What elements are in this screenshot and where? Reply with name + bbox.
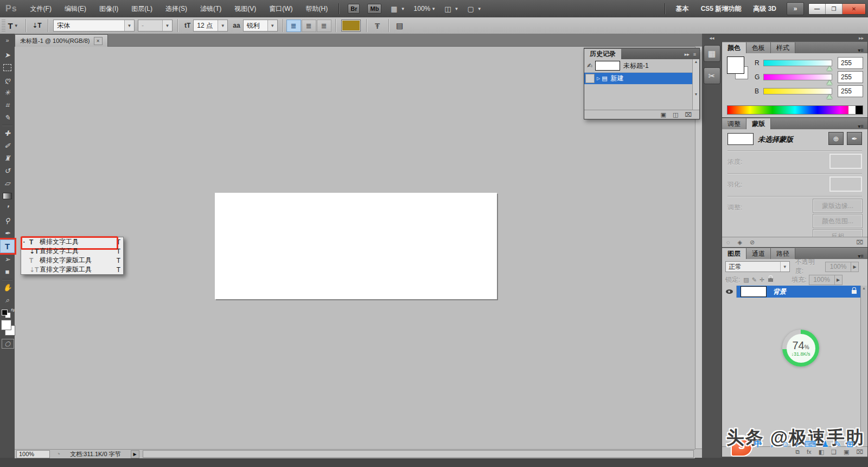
bridge-button[interactable]: Br — [348, 4, 360, 14]
red-value-field[interactable]: 255 — [838, 57, 863, 69]
ime-pen-icon[interactable]: ✎ — [834, 439, 841, 449]
collapsed-panel-button-2[interactable]: ✂ — [704, 67, 720, 84]
menu-select[interactable]: 选择(S) — [159, 0, 194, 17]
menu-item-horizontal-type-tool[interactable]: ▪ T 横排文字工具 T — [21, 237, 123, 247]
tab-styles[interactable]: 样式 — [771, 42, 795, 53]
align-right-button[interactable]: ≣ — [317, 20, 331, 32]
spot-healing-brush-tool[interactable]: ✚ — [1, 127, 14, 140]
zoom-tool[interactable]: ⌕ — [1, 294, 14, 306]
chevron-down-icon[interactable]: ▼ — [455, 7, 459, 11]
new-document-from-state-icon[interactable]: ▣ — [661, 111, 666, 118]
chevron-down-icon[interactable]: ▼ — [431, 7, 436, 11]
delete-state-icon[interactable]: ⌧ — [685, 111, 692, 118]
eraser-tool[interactable]: ▱ — [1, 177, 14, 190]
brush-tool[interactable]: ✐ — [1, 140, 14, 152]
arrange-documents-icon[interactable]: ◫ — [444, 5, 451, 13]
crop-tool[interactable]: ⌗ — [1, 99, 14, 111]
document-canvas[interactable] — [215, 193, 497, 299]
collapse-chevrons-icon[interactable]: ▸▸ — [685, 52, 690, 57]
align-center-button[interactable]: ≣ — [302, 20, 316, 32]
background-layer-row[interactable]: 背景 — [723, 286, 861, 298]
blur-tool[interactable]: ❜ — [1, 202, 14, 214]
swap-colors-icon[interactable]: ⇆ — [10, 307, 15, 313]
menu-help[interactable]: 帮助(H) — [299, 0, 335, 17]
mini-bridge-button[interactable]: Mb — [367, 4, 381, 14]
foreground-color-swatch[interactable] — [1, 320, 11, 330]
scroll-down-icon[interactable]: ▼ — [694, 92, 698, 96]
collapsed-panel-button-1[interactable]: ▦ — [704, 45, 720, 62]
font-family-select[interactable]: 宋体 ▼ — [53, 20, 135, 31]
add-pixel-mask-button[interactable]: ⊕ — [828, 132, 844, 145]
magic-wand-tool[interactable]: ✳ — [1, 86, 14, 99]
history-tab[interactable]: 历史记录 — [584, 49, 621, 59]
options-bar-grip[interactable] — [2, 20, 5, 31]
history-brush-tool[interactable]: ↺ — [1, 165, 14, 177]
toolbox-collapse-chevron[interactable]: » — [0, 34, 15, 46]
status-zoom-field[interactable]: 100% — [16, 450, 50, 458]
history-brush-source-icon[interactable]: ✍ — [584, 62, 595, 70]
history-source-checkbox[interactable] — [585, 74, 595, 83]
font-style-select[interactable]: - ▼ — [138, 20, 173, 31]
green-slider[interactable] — [763, 74, 832, 80]
tab-adjustments[interactable]: 调整 — [722, 118, 746, 129]
menu-edit[interactable]: 编辑(E) — [58, 0, 93, 17]
path-selection-tool[interactable]: ➢ — [1, 253, 14, 266]
ime-keyboard-icon[interactable]: ⌨ — [805, 439, 816, 449]
color-range-button[interactable]: 颜色范围... — [813, 214, 862, 228]
blue-value-field[interactable]: 255 — [838, 85, 863, 97]
tab-swatches[interactable]: 色板 — [746, 42, 771, 53]
tab-paths[interactable]: 路径 — [771, 248, 795, 259]
gradient-tool[interactable] — [1, 190, 14, 202]
warp-text-button[interactable]: Ŧ — [370, 19, 385, 32]
rectangle-shape-tool[interactable]: ■ — [1, 266, 14, 278]
workspace-overflow-button[interactable]: » — [787, 2, 804, 15]
layer-name[interactable]: 背景 — [773, 287, 786, 296]
canvas-horizontal-scrollbar[interactable] — [143, 450, 694, 458]
quick-mask-button[interactable]: ◯ — [2, 339, 14, 349]
anti-alias-select[interactable]: 锐利 ▼ — [243, 20, 278, 31]
clone-stamp-tool[interactable]: ♜ — [1, 152, 14, 165]
close-button[interactable]: ✕ — [843, 4, 865, 14]
type-tool-preset-button[interactable]: T ▼ — [7, 19, 22, 32]
history-snapshot-row[interactable]: ✍ 未标题-1 — [584, 59, 693, 73]
menu-item-horizontal-type-mask-tool[interactable]: T 横排文字蒙版工具 T — [21, 256, 123, 265]
menu-filter[interactable]: 滤镜(T) — [194, 0, 228, 17]
history-state-row-selected[interactable]: ▷ ▤ 新建 — [584, 73, 693, 84]
color-spectrum-ramp[interactable] — [727, 105, 863, 115]
menu-item-vertical-type-tool[interactable]: ⇣T 直排文字工具 T — [21, 247, 123, 256]
delete-mask-icon[interactable]: ⌧ — [856, 239, 863, 246]
green-value-field[interactable]: 255 — [838, 71, 863, 83]
tab-layers[interactable]: 图层 — [722, 248, 746, 259]
menu-image[interactable]: 图像(I) — [93, 0, 125, 17]
slider-thumb[interactable] — [827, 80, 832, 85]
layer-visibility-cell[interactable] — [723, 286, 737, 298]
menu-layer[interactable]: 图层(L) — [125, 0, 159, 17]
text-orientation-button[interactable]: ⇣T — [29, 19, 44, 32]
fill-slider-arrow[interactable]: ▶ — [835, 275, 843, 285]
ime-voice-icon[interactable]: ♪ — [795, 439, 799, 449]
text-color-swatch[interactable] — [341, 20, 361, 31]
ime-punctuation-icon[interactable]: ， — [768, 439, 776, 449]
black-swatch[interactable] — [856, 106, 863, 114]
collapse-dock-chevron[interactable]: ▸▸ — [859, 35, 864, 41]
ime-grid-icon[interactable]: ⊞ — [847, 439, 854, 449]
pen-tool[interactable]: ✒ — [1, 227, 14, 239]
opacity-field[interactable]: 100% — [825, 262, 851, 272]
scroll-up-icon[interactable]: ▲ — [694, 60, 698, 64]
foreground-color-swatch[interactable] — [727, 56, 744, 74]
menu-view[interactable]: 视图(V) — [228, 0, 263, 17]
history-scrollbar[interactable]: ▲ ▼ — [692, 59, 699, 110]
blue-slider[interactable] — [763, 88, 832, 94]
expand-dock-chevron[interactable]: ◂◂ — [702, 34, 722, 42]
minimize-button[interactable]: — — [809, 4, 826, 14]
menu-file[interactable]: 文件(F) — [24, 0, 58, 17]
menu-item-vertical-type-mask-tool[interactable]: ⇣T 直排文字蒙版工具 T — [21, 265, 123, 274]
apply-mask-icon[interactable]: ◈ — [738, 239, 742, 246]
panel-menu-icon[interactable]: ≡ — [693, 52, 696, 57]
layers-scrollbar[interactable]: ▲ — [860, 286, 867, 447]
red-slider[interactable] — [763, 60, 832, 66]
fill-field[interactable]: 100% — [809, 275, 835, 285]
menu-window[interactable]: 窗口(W) — [263, 0, 299, 17]
ime-emoji-icon[interactable]: ☺ — [781, 439, 789, 449]
scroll-up-icon[interactable]: ▲ — [862, 286, 866, 290]
